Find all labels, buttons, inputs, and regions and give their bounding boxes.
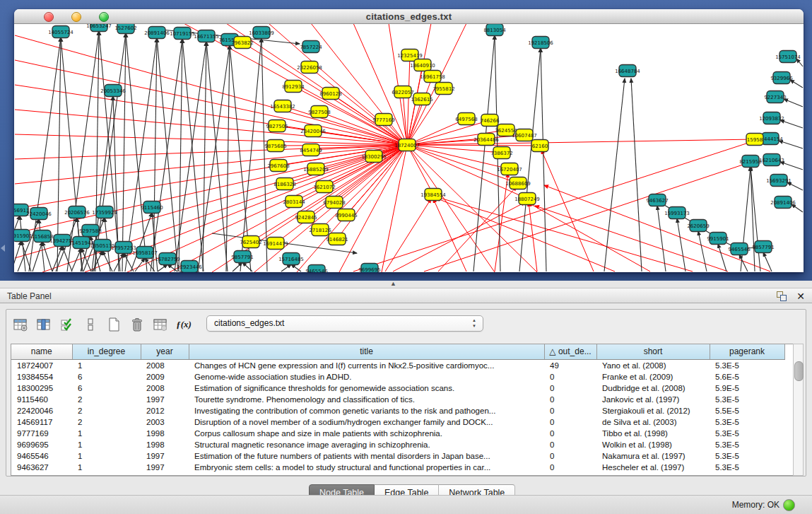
network-node-cited[interactable]: 2620659 xyxy=(687,220,709,232)
network-canvas[interactable]: 1405572410653247152760220891406107191551… xyxy=(14,24,804,272)
network-node-selected[interactable]: 8186328 xyxy=(273,178,295,190)
network-node-cited[interactable]: 9857791 xyxy=(231,251,253,263)
network-node-cited[interactable]: 12923446 xyxy=(177,261,202,273)
network-node-cited[interactable]: 16033809 xyxy=(249,27,274,39)
network-node-cited[interactable]: 9463627 xyxy=(646,194,668,206)
network-node-selected[interactable]: 7955812 xyxy=(433,83,454,95)
network-node-selected[interactable]: 9827508 xyxy=(308,106,330,118)
network-node-selected[interactable]: 16961758 xyxy=(420,71,445,83)
network-node-selected[interactable]: 7386372 xyxy=(490,147,512,159)
network-node-selected[interactable]: 1621072 xyxy=(313,181,335,193)
network-node-cited[interactable]: 9465546 xyxy=(305,265,328,273)
table-row[interactable]: 946554611997Estimation of the future num… xyxy=(11,450,784,462)
table-row[interactable]: 969969511998Structural magnetic resonanc… xyxy=(11,439,784,450)
table-selector-dropdown[interactable]: citations_edges.txt ▲▼ xyxy=(206,315,483,332)
column-header-name[interactable]: name xyxy=(11,344,72,359)
network-node-cited[interactable]: 10653247 xyxy=(86,24,112,32)
network-node-selected[interactable]: 8912934 xyxy=(282,81,305,93)
float-window-icon[interactable] xyxy=(777,291,787,301)
scrollbar-thumb[interactable] xyxy=(794,361,804,381)
table-row[interactable]: 1872400712008Changes of HCN gene express… xyxy=(11,359,784,371)
network-node-cited[interactable]: 20891406 xyxy=(144,27,170,39)
column-header-out_de[interactable]: △ out_de... xyxy=(544,344,596,359)
memory-ok-indicator[interactable] xyxy=(783,499,795,511)
delete-table-icon-disabled[interactable] xyxy=(151,314,170,334)
network-node-selected[interactable]: 9875685 xyxy=(264,140,286,152)
network-node-selected[interactable]: 16543382 xyxy=(270,100,295,112)
network-node-selected[interactable]: 7963822 xyxy=(231,37,253,49)
table-settings-icon[interactable] xyxy=(11,314,30,334)
network-node-selected[interactable]: 6794028 xyxy=(323,197,345,209)
network-node-cited[interactable]: 15693291 xyxy=(766,175,792,187)
network-node-cited[interactable]: 14055724 xyxy=(48,26,73,38)
network-node-cited[interactable]: 20891406 xyxy=(770,197,796,209)
network-node-selected[interactable]: 23226058 xyxy=(297,62,322,74)
network-node-cited[interactable]: 7857224 xyxy=(300,41,322,53)
select-mode-icon[interactable] xyxy=(57,314,77,334)
network-window-titlebar[interactable]: citations_edges.txt xyxy=(14,9,804,24)
network-node-cited[interactable]: 9465546 xyxy=(728,243,751,255)
network-view-window[interactable]: citations_edges.txt 14055724106532471527… xyxy=(14,9,804,272)
network-node-cited[interactable]: 9915901 xyxy=(14,230,33,242)
network-node-selected[interactable]: 9827505 xyxy=(266,120,288,132)
panel-collapse-arrow-icon[interactable] xyxy=(1,245,5,252)
table-row[interactable]: 1830029562008Estimation of significance … xyxy=(11,382,784,394)
column-header-pagerank[interactable]: pagerank xyxy=(710,344,784,359)
table-row[interactable]: 911546021997Tourette syndrome. Phenomeno… xyxy=(11,394,784,405)
network-node-cited[interactable]: 12093832 xyxy=(759,112,784,124)
table-row[interactable]: 2242004622012Investigating the contribut… xyxy=(11,405,784,416)
delete-trash-icon[interactable] xyxy=(127,314,147,334)
network-node-selected[interactable]: 9777169 xyxy=(372,114,394,126)
row-layout-icon[interactable] xyxy=(81,314,100,334)
show-column-icon[interactable] xyxy=(34,314,54,334)
network-node-selected[interactable]: 1362615 xyxy=(411,93,433,105)
network-node-cited[interactable]: 9857791 xyxy=(752,241,774,253)
network-node-cited[interactable]: 16648784 xyxy=(615,65,640,77)
network-node-selected[interactable]: 9242845 xyxy=(295,211,317,223)
network-node-cited[interactable]: 9115460 xyxy=(141,201,163,214)
network-node-selected[interactable]: 746266 xyxy=(481,115,500,127)
column-header-year[interactable]: year xyxy=(141,344,189,359)
network-node-selected[interactable]: 2967608 xyxy=(267,160,289,172)
function-builder-icon[interactable]: ƒ(x) xyxy=(174,314,194,334)
network-node-selected[interactable]: 9146821 xyxy=(326,233,348,245)
network-node-cited[interactable]: 16210643 xyxy=(759,154,784,166)
network-node-cited[interactable]: 8813054 xyxy=(483,24,506,36)
close-panel-icon[interactable]: ✕ xyxy=(796,290,805,303)
network-node-selected[interactable]: 15885209 xyxy=(303,163,329,175)
network-node-selected[interactable]: 8990445 xyxy=(335,209,357,221)
network-node-cited[interactable]: 9227343 xyxy=(764,91,786,103)
column-header-in_degree[interactable]: in_degree xyxy=(72,344,141,359)
network-node-selected[interactable]: 10688609 xyxy=(505,177,531,189)
network-node-cited[interactable]: 20206576 xyxy=(64,206,90,218)
network-node-cited[interactable]: 8215958 xyxy=(739,156,761,168)
network-node-cited[interactable]: 19218506 xyxy=(528,37,553,49)
network-node-cited[interactable]: 15993173 xyxy=(664,207,690,219)
network-node-selected[interactable]: 7625402 xyxy=(240,236,261,248)
network-node-selected[interactable]: 15958 xyxy=(746,134,763,146)
network-node-cited[interactable]: 1527602 xyxy=(114,24,136,34)
citation-network-graph[interactable]: 1405572410653247152760220891406107191551… xyxy=(14,24,804,272)
network-node-selected[interactable]: 8454749 xyxy=(300,144,322,156)
network-node-selected[interactable]: 8960128 xyxy=(319,88,341,100)
table-scrollbar[interactable] xyxy=(793,344,804,476)
column-header-title[interactable]: title xyxy=(189,344,544,359)
network-node-cited[interactable]: 10719155 xyxy=(170,28,195,40)
network-node-cited[interactable]: 9297588 xyxy=(79,225,101,237)
column-header-short[interactable]: short xyxy=(596,344,710,359)
network-node-selected[interactable]: 16720407 xyxy=(497,163,522,175)
network-node-cited[interactable]: 15751074 xyxy=(775,51,801,63)
panel-splitter[interactable] xyxy=(0,281,812,288)
network-node-cited[interactable]: 9699695 xyxy=(358,264,380,273)
network-node-selected[interactable]: 2803144 xyxy=(283,196,305,208)
table-row[interactable]: 1938455462009Genome-wide association stu… xyxy=(11,371,784,382)
table-row[interactable]: 946362711997Embryonic stem cells: a mode… xyxy=(11,462,784,473)
new-table-icon[interactable] xyxy=(104,314,124,334)
network-node-selected[interactable]: 6497568 xyxy=(455,113,477,125)
network-node-cited[interactable]: 9915901 xyxy=(707,233,729,245)
network-node-selected[interactable]: 2718126 xyxy=(309,224,331,236)
network-node-cited[interactable]: 9329966 xyxy=(770,72,793,84)
table-row[interactable]: 1456911722003Disruption of a novel membe… xyxy=(11,416,784,428)
node-table[interactable]: namein_degreeyeartitle△ out_de...shortpa… xyxy=(11,344,796,476)
network-node-cited[interactable]: 15716485 xyxy=(278,253,304,265)
